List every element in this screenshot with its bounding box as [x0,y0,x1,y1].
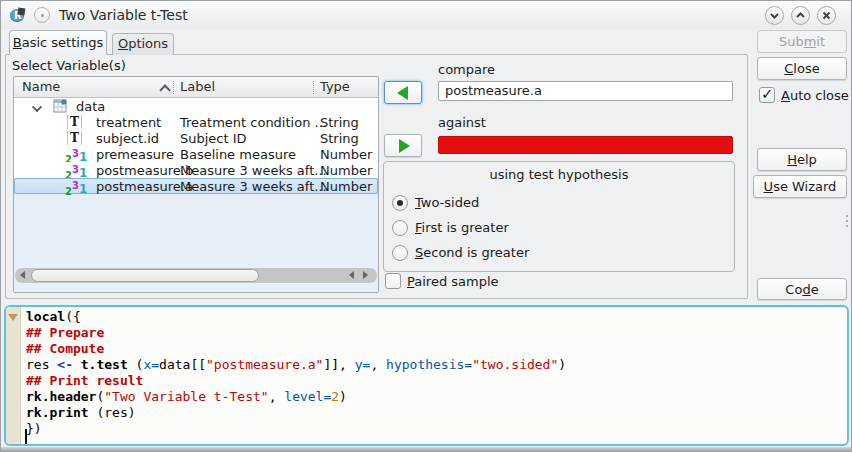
green-arrow-left-icon [397,86,408,100]
variable-tree: Name Label Type dataTtreatmentTreatment … [13,76,379,293]
variable-label: Subject ID [180,131,247,146]
radio-label: Two-sided [415,195,479,210]
tab-basic-settings[interactable]: Basic settings [9,30,107,55]
tree-header: Name Label Type [14,77,378,98]
radio-circle-icon [392,245,408,261]
splitter-handle[interactable] [846,215,849,231]
close-button[interactable]: Close [757,57,847,80]
number-variable-icon: 231 [65,179,87,199]
code-preview-editor[interactable]: local({## Prepare## Computeres <- t.test… [4,305,849,446]
rkward-app-icon: R [9,6,27,24]
help-button[interactable]: Help [757,148,847,171]
code-button[interactable]: Code [757,278,847,300]
tree-row-treatment[interactable]: TtreatmentTreatment condition ...String [14,114,378,130]
fold-marker-icon[interactable] [8,314,18,321]
variable-label: Measure 3 weeks aft... [180,163,327,178]
auto-close-checkbox[interactable]: ✓ [759,87,775,103]
paired-sample-label: Paired sample [407,274,499,289]
code-line: res <- t.test (x=data[["postmeasure.a"]]… [26,357,843,373]
scroll-right-icon[interactable] [363,271,368,279]
scroll-left-icon[interactable] [20,271,25,279]
expander-chevron-icon[interactable] [32,102,42,112]
hypothesis-groupbox: using test hypothesis Two-sidedFirst is … [383,161,735,272]
titlebar: R Two Variable t-Test [1,1,851,29]
variable-tree-rows: dataTtreatmentTreatment condition ...Str… [14,98,378,194]
column-header-type[interactable]: Type [320,79,350,94]
compare-field[interactable]: postmeasure.a [438,81,733,101]
scrollbar-thumb[interactable] [31,269,259,282]
variable-type: Number [320,163,372,178]
minimize-button[interactable] [765,6,784,25]
variable-name: premeasure [96,147,174,162]
variable-name: treatment [96,115,161,130]
column-separator [313,81,314,94]
against-label: against [438,115,486,130]
tab-options[interactable]: Options [112,33,174,55]
select-variables-label: Select Variable(s) [12,58,126,73]
window-title: Two Variable t-Test [59,7,188,23]
variable-name: subject.id [96,131,159,146]
variable-label: Treatment condition ... [180,115,327,130]
submit-button[interactable]: Submit [757,30,847,53]
variable-name: postmeasure.b [96,163,193,178]
green-arrow-right-icon [399,139,410,153]
hypothesis-title: using test hypothesis [384,167,734,182]
scroll-left-icon[interactable] [349,271,354,279]
move-left-button[interactable] [384,81,422,104]
radio-circle-icon [392,195,408,211]
variable-type: Number [320,179,372,194]
code-line: ## Print result [26,373,843,389]
string-variable-icon: T [67,115,82,129]
column-header-name[interactable]: Name [22,79,60,94]
code-line: ## Compute [26,341,843,357]
tree-row-postmeasure.b[interactable]: 231postmeasure.bMeasure 3 weeks aft...Nu… [14,162,378,178]
variable-label: Baseline measure [180,147,296,162]
paired-sample-checkbox[interactable] [385,273,401,289]
code-lines: local({## Prepare## Computeres <- t.test… [26,309,843,437]
two-variable-t-test-dialog: R Two Variable t-Test Basic settings Opt… [0,0,852,452]
code-line: local({ [26,309,843,325]
radio-label: Second is greater [415,245,529,260]
radio-circle-icon [392,220,408,236]
sort-ascending-icon [159,84,170,95]
compare-label: compare [438,62,495,77]
code-line: rk.header("Two Variable t-Test", level=2… [26,389,843,405]
against-field[interactable] [438,136,733,154]
string-variable-icon: T [67,131,82,145]
tree-row-subject.id[interactable]: Tsubject.idSubject IDString [14,130,378,146]
maximize-button[interactable] [791,6,810,25]
code-line: }) [26,421,843,437]
column-header-label[interactable]: Label [180,79,215,94]
tree-row-data[interactable]: data [14,98,378,114]
variable-type: Number [320,147,372,162]
move-right-button[interactable] [384,134,422,157]
window-menu-button[interactable] [34,7,50,23]
variable-name: postmeasure.a [96,179,193,194]
auto-close-label: Auto close [781,88,849,103]
use-wizard-button[interactable]: Use Wizard [753,175,847,198]
window-bottom-edge [1,447,851,452]
code-line: rk.print (res) [26,405,843,421]
tree-horizontal-scrollbar[interactable] [15,268,377,283]
variable-name: data [76,99,105,114]
tree-row-postmeasure.a[interactable]: 231postmeasure.aMeasure 3 weeks aft...Nu… [14,178,378,194]
column-separator [173,81,174,94]
code-line: ## Prepare [26,325,843,341]
tree-row-premeasure[interactable]: 231premeasureBaseline measureNumber [14,146,378,162]
editor-margin [6,307,21,444]
variable-label: Measure 3 weeks aft... [180,179,327,194]
variable-type: String [320,131,359,146]
radio-label: First is greater [415,220,509,235]
text-cursor [25,429,27,444]
checkmark-icon: ✓ [761,85,774,103]
variable-type: String [320,115,359,130]
close-window-button[interactable] [817,6,836,25]
